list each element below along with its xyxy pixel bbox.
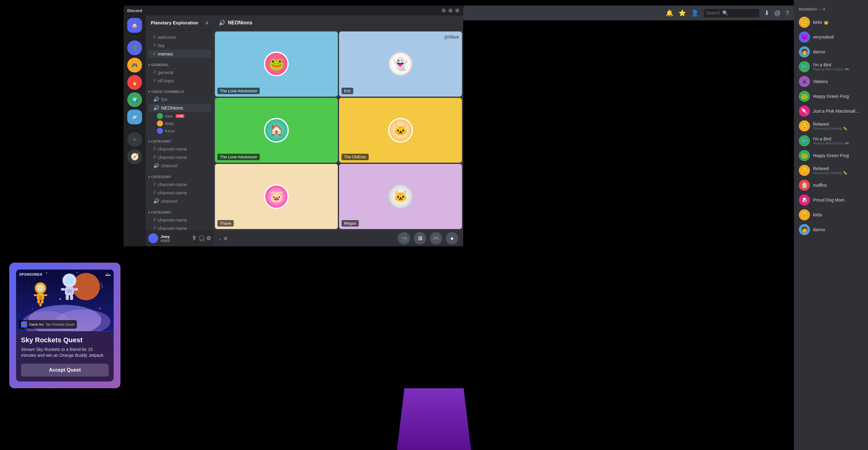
user-avatar <box>148 233 158 243</box>
member-item-bird2[interactable]: 🐦 I'm a Bird Playing Witch Game 🎮 <box>796 133 866 148</box>
member-item-bird1[interactable]: 🐦 I'm a Bird Playing Witch Game 🎮 <box>796 59 866 74</box>
camera-button[interactable]: 📹 <box>398 232 410 245</box>
member-item-kirbs2[interactable]: 😊 kirbs <box>796 207 866 222</box>
channel-memes[interactable]: # memes <box>148 50 211 58</box>
member-info-danno: danno <box>813 50 863 54</box>
server-header[interactable]: Planetary Exploration ∨ <box>146 15 214 30</box>
member-item-muffins[interactable]: 🧁 muffins <box>796 178 866 193</box>
voice-member-nelly: Nelly <box>146 120 214 127</box>
member-name-happyfrog2: Happy Green Frog <box>813 153 863 158</box>
headset-button[interactable]: 🎧 <box>198 235 205 242</box>
more-button[interactable]: ● <box>446 232 458 245</box>
svg-rect-28 <box>61 288 65 290</box>
server-icon-planetary[interactable]: 🪐 <box>127 109 142 124</box>
channel-name-3[interactable]: # channel-name <box>148 180 211 188</box>
member-name-alex: Alex <box>165 114 173 119</box>
text-channel-icon: # <box>153 51 156 57</box>
member-item-valeera[interactable]: ⚔ Valeera <box>796 74 866 89</box>
svg-point-6 <box>95 276 96 276</box>
channel-welcome[interactable]: # welcome <box>148 33 211 41</box>
minimize-button[interactable]: – <box>441 8 446 13</box>
category-2[interactable]: ▾ CATEGORY <box>146 170 214 180</box>
friends-icon[interactable]: 👤 <box>691 9 699 17</box>
category-1[interactable]: ▾ CATEGORY <box>146 135 214 144</box>
search-bar[interactable]: Search 🔍 <box>704 9 759 17</box>
notifications-icon[interactable]: 🔔 <box>666 9 674 17</box>
channel-name-1[interactable]: # channel-name <box>148 145 211 153</box>
svg-rect-31 <box>70 295 73 300</box>
server-icon-2[interactable]: 🎮 <box>127 58 142 72</box>
member-item-relaxed1[interactable]: 😌 Relaxed Streaming Drawing ✏️ <box>796 119 866 133</box>
voice-channel-1[interactable]: 🔊 channel <box>148 161 211 170</box>
screen-share-button[interactable]: 🖥 <box>414 232 426 245</box>
home-icon[interactable]: 🏠 <box>127 18 142 33</box>
member-item-kirbs[interactable]: 👑 kirbs 👑 <box>796 15 866 30</box>
channel-name-label: channel-name <box>158 155 187 160</box>
member-avatar-happyfrog: 🐸 <box>799 91 810 102</box>
member-item-danno[interactable]: 🧑 danno <box>796 44 866 59</box>
channel-name-label: off-topic <box>158 78 174 83</box>
member-item-verynotevil[interactable]: 😈 verynotevil <box>796 30 866 44</box>
member-item-happyfrog[interactable]: 🐸 Happy Green Frog <box>796 89 866 104</box>
expand-icon: ⌄ <box>219 236 222 241</box>
svg-point-24 <box>39 303 41 307</box>
settings-button[interactable]: ⚙ <box>206 235 211 242</box>
member-item-happyfrog2[interactable]: 🐸 Happy Green Frog <box>796 148 866 163</box>
svg-point-5 <box>76 271 78 272</box>
member-item-relaxed2[interactable]: 😌 Relaxed Streaming Drawing ✏️ <box>796 163 866 178</box>
svg-rect-33 <box>67 291 72 292</box>
call-channel-name: NEONions <box>228 20 252 26</box>
voice-member-kevin: Kevin <box>146 127 214 135</box>
mic-button[interactable]: 🎙 <box>191 235 197 242</box>
channel-name-5[interactable]: # channel-name <box>148 216 211 224</box>
member-item-marshmallow[interactable]: 🍡 Just a Pink Marshmall... <box>796 104 866 119</box>
member-item-proudmom[interactable]: 🐶 Proud Dog Mom <box>796 193 866 207</box>
activity-button[interactable]: 🎮 <box>430 232 442 245</box>
at-icon[interactable]: @ <box>774 9 781 17</box>
category-arrow: ▾ <box>148 90 150 94</box>
voice-channel-2[interactable]: 🔊 channel <box>148 197 211 205</box>
participant-name-4: The ONEion <box>342 154 369 160</box>
accept-quest-button[interactable]: Accept Quest <box>21 363 109 377</box>
participant-tile-2: 👻 @Olive Eric <box>339 31 462 97</box>
svg-rect-27 <box>65 287 74 295</box>
voice-channel-fps[interactable]: 🔊 fps <box>148 95 211 103</box>
boost-icon[interactable]: ⭐ <box>678 9 686 17</box>
member-info-bird1: I'm a Bird Playing Witch Game 🎮 <box>813 62 863 71</box>
channel-name-4[interactable]: # channel-name <box>148 189 211 197</box>
category-voice[interactable]: ▾ VOICE CHANNELS <box>146 85 214 95</box>
member-item-danno2[interactable]: 🧑 danno <box>796 222 866 237</box>
close-button[interactable]: × <box>455 8 460 13</box>
voice-channel-neonions[interactable]: 🔊 NEONions <box>148 104 211 112</box>
category-general[interactable]: ▾ GENERAL <box>146 58 214 68</box>
help-icon[interactable]: ? <box>785 9 789 17</box>
maximize-button[interactable]: □ <box>448 8 453 13</box>
channel-name-6[interactable]: # channel-name <box>148 224 211 230</box>
category-3[interactable]: ▾ CATEGORY <box>146 205 214 216</box>
add-server-button[interactable]: + <box>127 132 142 147</box>
participant-name-5: Thane <box>217 220 234 227</box>
channel-name-label: channel-name <box>158 182 187 187</box>
text-channel-icon: # <box>153 154 156 160</box>
channel-faq[interactable]: # faq <box>148 41 211 50</box>
svg-rect-22 <box>39 296 42 300</box>
download-icon[interactable]: ⬇ <box>764 9 770 17</box>
voice-channel-name: channel <box>161 198 178 204</box>
svg-point-9 <box>101 283 102 284</box>
channel-off-topic[interactable]: # off-topic <box>148 76 211 85</box>
channel-name-2[interactable]: # channel-name <box>148 153 211 161</box>
voice-channel-name: fps <box>161 97 167 102</box>
member-avatar-nelly <box>157 120 163 127</box>
quest-more-button[interactable]: ••• <box>105 272 111 278</box>
member-status-bird2: Playing Witch Game 🎮 <box>813 141 863 146</box>
server-icon-4[interactable]: 🌍 <box>127 92 142 107</box>
channel-general[interactable]: # general <box>148 68 211 76</box>
game-publisher-name: Game Inc <box>29 323 44 326</box>
grid-icon: ⊞ <box>224 236 227 241</box>
svg-rect-30 <box>66 295 69 300</box>
quest-inner: SPONSORED ••• <box>16 269 114 382</box>
server-icon-1[interactable]: 🌿 <box>127 40 142 55</box>
server-icon-3[interactable]: 🔥 <box>127 75 142 90</box>
svg-text:✦: ✦ <box>59 297 62 301</box>
explore-button[interactable]: 🧭 <box>127 150 142 164</box>
